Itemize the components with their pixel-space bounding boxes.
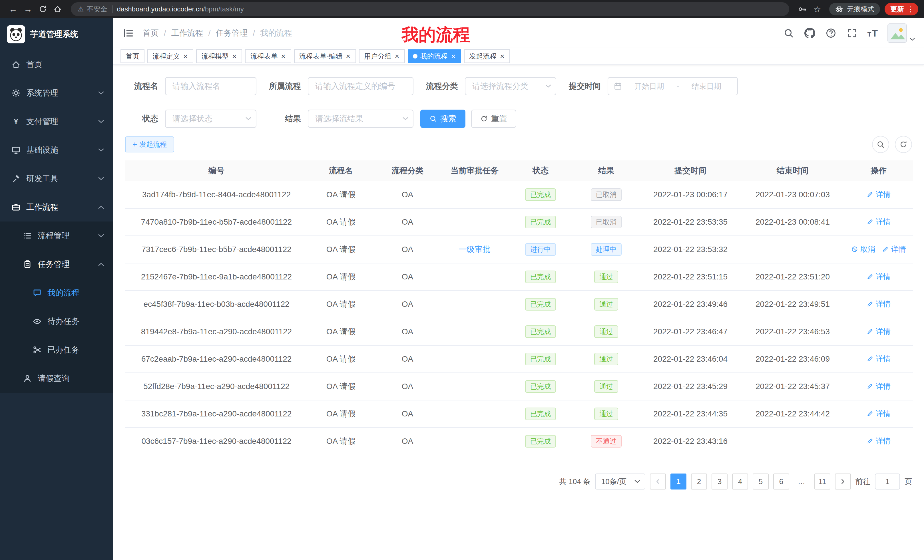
help-icon[interactable] [825, 27, 837, 39]
search-icon[interactable] [783, 27, 794, 39]
font-size-icon[interactable]: TT [867, 28, 878, 39]
detail-link[interactable]: 详情 [867, 326, 891, 337]
cell-category: OA [374, 400, 441, 428]
menu-kebab-icon[interactable]: ⋮ [906, 5, 915, 14]
sidebar-item-done-tasks[interactable]: 已办任务 [0, 335, 113, 364]
page-button[interactable]: 5 [753, 473, 769, 490]
tab-process-model[interactable]: 流程模型× [196, 49, 242, 63]
page-button[interactable]: 1 [670, 473, 686, 490]
status-tag: 已完成 [525, 380, 556, 393]
search-button[interactable]: 搜索 [420, 109, 465, 128]
sidebar-item-my-process[interactable]: 我的流程 [0, 279, 113, 307]
cancel-link[interactable]: 取消 [851, 244, 875, 254]
page-button[interactable]: 6 [773, 473, 789, 490]
security-label[interactable]: 不安全 [87, 4, 107, 14]
detail-link[interactable]: 详情 [867, 272, 891, 282]
page-button-last[interactable]: 11 [814, 473, 830, 490]
date-start-placeholder[interactable]: 开始日期 [624, 81, 675, 91]
cell-current-task [441, 208, 508, 236]
result-select[interactable] [308, 109, 414, 128]
tab-close-icon[interactable]: × [232, 52, 237, 60]
cell-id: 67c2eaab-7b9a-11ec-a290-acde48001122 [125, 345, 308, 373]
tab-my-process[interactable]: 我的流程× [408, 49, 461, 63]
fullscreen-icon[interactable] [846, 27, 858, 39]
sidebar-collapse-icon[interactable] [122, 27, 135, 39]
browser-forward-button[interactable]: → [21, 2, 35, 16]
status-select[interactable] [165, 109, 256, 128]
reset-button[interactable]: 重置 [471, 109, 516, 128]
page-button[interactable]: 4 [732, 473, 748, 490]
detail-link[interactable]: 详情 [867, 381, 891, 391]
sidebar-item-todo-tasks[interactable]: 待办任务 [0, 307, 113, 335]
toggle-search-button[interactable] [872, 136, 889, 153]
next-page-button[interactable] [835, 473, 851, 490]
result-select-input[interactable] [308, 109, 414, 128]
bookmark-star-icon[interactable]: ☆ [810, 2, 825, 16]
breadcrumb-item[interactable]: 任务管理 [216, 28, 248, 39]
address-bar[interactable]: ⚠ 不安全 dashboard.yudao.iocoder.cn/bpm/tas… [71, 2, 789, 16]
prev-page-button[interactable] [650, 473, 666, 490]
tab-close-icon[interactable]: × [394, 52, 400, 60]
tab-close-icon[interactable]: × [451, 52, 456, 60]
browser-home-button[interactable] [50, 2, 65, 16]
tab-close-icon[interactable]: × [500, 52, 505, 60]
sidebar-item-payment[interactable]: ¥ 支付管理 [0, 107, 113, 136]
page-button[interactable]: 3 [711, 473, 728, 490]
detail-link[interactable]: 详情 [882, 244, 906, 254]
result-tag: 已取消 [591, 189, 622, 201]
process-name-input[interactable] [165, 77, 256, 95]
tab-process-form[interactable]: 流程表单× [245, 49, 291, 63]
pagination-ellipsis[interactable]: … [794, 473, 810, 490]
sidebar-item-process-management[interactable]: 流程管理 [0, 222, 113, 250]
page-button[interactable]: 2 [691, 473, 707, 490]
result-tag: 通过 [594, 271, 618, 283]
sidebar-item-workflow[interactable]: 工作流程 [0, 193, 113, 222]
detail-link[interactable]: 详情 [867, 436, 891, 446]
browser-reload-button[interactable] [35, 2, 50, 16]
category-select[interactable] [465, 77, 556, 95]
tab-home[interactable]: 首页 [120, 49, 144, 63]
sidebar-item-system[interactable]: 系统管理 [0, 79, 113, 107]
tab-close-icon[interactable]: × [183, 52, 188, 60]
password-key-icon[interactable] [795, 2, 810, 16]
breadcrumb-item[interactable]: 工作流程 [171, 28, 203, 39]
update-button[interactable]: 更新 ⋮ [885, 3, 918, 15]
tab-initiate-process[interactable]: 发起流程× [464, 49, 510, 63]
tab-process-definition[interactable]: 流程定义× [147, 49, 193, 63]
tab-close-icon[interactable]: × [280, 52, 286, 60]
tab-user-group[interactable]: 用户分组× [359, 49, 405, 63]
github-icon[interactable] [804, 27, 816, 39]
current-task-link[interactable]: 一级审批 [459, 244, 490, 255]
tab-close-icon[interactable]: × [345, 52, 351, 60]
status-tag: 已完成 [525, 435, 556, 448]
browser-back-button[interactable]: ← [6, 2, 21, 16]
submit-time-range-picker[interactable]: 开始日期 - 结束日期 [608, 77, 738, 95]
sidebar-item-devtools[interactable]: 研发工具 [0, 165, 113, 193]
avatar[interactable] [888, 23, 907, 43]
breadcrumb-item[interactable]: 首页 [143, 28, 159, 39]
user-menu[interactable] [888, 23, 915, 43]
date-end-placeholder[interactable]: 结束日期 [681, 81, 732, 91]
parent-process-label: 所属流程 [256, 81, 308, 91]
date-separator: - [677, 82, 679, 91]
sidebar-item-leave-query[interactable]: 请假查询 [0, 364, 113, 393]
detail-link[interactable]: 详情 [867, 190, 891, 199]
detail-link[interactable]: 详情 [867, 299, 891, 309]
table-row: ec45f38f-7b9a-11ec-b03b-acde48001122 OA … [125, 290, 913, 318]
status-select-input[interactable] [165, 109, 256, 128]
sidebar-item-task-management[interactable]: 任务管理 [0, 250, 113, 279]
refresh-table-button[interactable] [895, 136, 912, 153]
detail-link[interactable]: 详情 [867, 409, 891, 419]
detail-link[interactable]: 详情 [867, 217, 891, 227]
sidebar-item-infra[interactable]: 基础设施 [0, 136, 113, 165]
sidebar-item-home[interactable]: 首页 [0, 50, 113, 79]
tab-process-form-edit[interactable]: 流程表单-编辑× [294, 49, 356, 63]
page-size-select[interactable]: 10条/页 [595, 473, 645, 490]
app-logo[interactable]: 芋道管理系统 [0, 18, 113, 50]
goto-page-input[interactable] [875, 473, 900, 490]
category-select-input[interactable] [465, 77, 556, 95]
detail-link[interactable]: 详情 [867, 354, 891, 364]
clipboard-icon [23, 260, 32, 269]
create-process-button[interactable]: + 发起流程 [125, 136, 174, 153]
parent-process-input[interactable] [308, 77, 414, 95]
